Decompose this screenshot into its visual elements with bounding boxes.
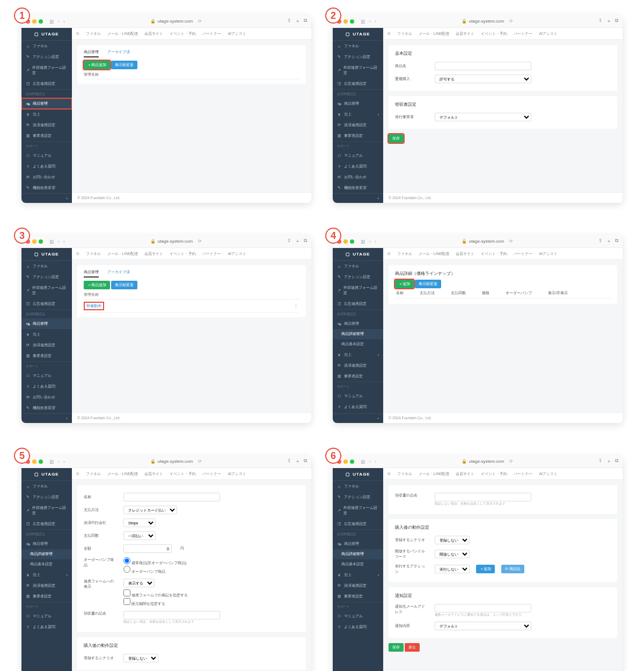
sidebar-item-ads[interactable]: ◫広告連携設定 xyxy=(333,519,383,529)
nav-back-icon[interactable]: ‹ xyxy=(58,459,60,464)
topnav-item[interactable]: AIアシスト xyxy=(228,471,246,477)
select-agent[interactable]: Stripe xyxy=(123,519,156,527)
reload-icon[interactable]: ⟳ xyxy=(509,19,513,24)
sidebar-item-form[interactable]: ↗外部連携フォーム設定 xyxy=(21,502,72,519)
sidebar-item-sales[interactable]: ¥売上 xyxy=(21,329,72,340)
select-pay-method[interactable]: クレジットカード払い xyxy=(123,506,177,514)
topnav-item[interactable]: パートナー xyxy=(202,31,221,37)
input-product-name[interactable] xyxy=(435,62,531,70)
traffic-min[interactable] xyxy=(343,19,348,24)
topnav-item[interactable]: イベント・予約 xyxy=(170,251,196,257)
sidebar-item-contact[interactable]: ✉お問い合わせ xyxy=(21,172,72,183)
nav-back-icon[interactable]: ‹ xyxy=(369,239,371,244)
select-action[interactable]: 実行しない xyxy=(435,565,470,573)
reload-icon[interactable]: ⟳ xyxy=(198,459,202,464)
sidebar-item-payment-link[interactable]: ⟳決済連携設定 xyxy=(333,580,383,591)
topnav-item[interactable]: ファネル xyxy=(397,251,412,257)
reorder-button[interactable]: 表示順変更 xyxy=(415,280,441,288)
sidebar-toggle-icon[interactable]: ▥ xyxy=(49,239,54,244)
sidebar-item-ads[interactable]: ◫広告連携設定 xyxy=(21,78,72,89)
nav-forward-icon[interactable]: › xyxy=(375,459,376,464)
reload-icon[interactable]: ⟳ xyxy=(198,19,202,24)
share-icon[interactable]: ⇪ xyxy=(287,458,291,465)
topnav-item[interactable]: ファネル xyxy=(86,31,101,37)
sidebar-item-product-detail[interactable]: 商品詳細管理 xyxy=(333,329,383,339)
sidebar-item-products[interactable]: 🛍商品管理 xyxy=(21,98,72,109)
sidebar-item-feedback[interactable]: ✎機能改善要望 xyxy=(333,183,383,193)
select-scenario[interactable]: 登録しない xyxy=(435,536,470,544)
sidebar-item-payment-link[interactable]: ⟳決済連携設定 xyxy=(21,340,72,351)
share-icon[interactable]: ⇪ xyxy=(287,238,291,245)
sidebar-item-form[interactable]: ↗外部連携フォーム設定 xyxy=(21,62,72,78)
sidebar-item-sales[interactable]: ¥売上 xyxy=(21,109,72,120)
save-button[interactable]: 保存 xyxy=(389,643,404,652)
sidebar-collapse[interactable]: ‹ xyxy=(333,193,383,203)
reload-icon[interactable]: ⟳ xyxy=(198,239,202,244)
sidebar-item-manual[interactable]: ☖マニュアル xyxy=(21,150,72,161)
sidebar-item-ads[interactable]: ◫広告連携設定 xyxy=(21,519,72,529)
sidebar-item-business[interactable]: ▥事業者設定 xyxy=(21,130,72,141)
sidebar-collapse[interactable]: ‹ xyxy=(21,413,72,423)
sidebar-item-product-basic[interactable]: 商品基本設定 xyxy=(333,339,383,349)
sidebar-item-business[interactable]: ▥事業者設定 xyxy=(333,130,383,141)
traffic-min[interactable] xyxy=(343,460,348,464)
sidebar-item-sales[interactable]: ¥売上› xyxy=(21,570,72,580)
topnav-item[interactable]: パートナー xyxy=(514,471,532,477)
menu-icon[interactable]: ≡ xyxy=(387,251,391,257)
topnav-item[interactable]: AIアシスト xyxy=(228,31,246,37)
sidebar-item-manual[interactable]: ☖マニュアル xyxy=(333,150,383,161)
sidebar-item-product-detail[interactable]: 商品詳細管理 xyxy=(333,549,383,559)
topnav-item[interactable]: イベント・予約 xyxy=(481,31,507,37)
table-row[interactable]: 研修動画⋮ xyxy=(84,300,299,313)
address-bar[interactable]: 🔒utage-system.com⟳ xyxy=(68,239,284,244)
nav-forward-icon[interactable]: › xyxy=(63,459,65,464)
topnav-item[interactable]: パートナー xyxy=(202,251,221,257)
menu-icon[interactable]: ≡ xyxy=(76,31,79,37)
sidebar-item-funnel[interactable]: ⌂ファネル xyxy=(333,41,383,52)
sidebar-toggle-icon[interactable]: ▥ xyxy=(361,19,365,24)
input-name[interactable] xyxy=(123,493,220,501)
menu-icon[interactable]: ≡ xyxy=(76,471,79,477)
traffic-min[interactable] xyxy=(32,239,36,244)
traffic-max[interactable] xyxy=(350,239,354,244)
sidebar-item-contact[interactable]: ✉お問い合わせ xyxy=(333,172,383,183)
reload-icon[interactable]: ⟳ xyxy=(509,239,513,244)
share-icon[interactable]: ⇪ xyxy=(598,18,603,25)
topnav-item[interactable]: パートナー xyxy=(514,251,532,257)
nav-back-icon[interactable]: ‹ xyxy=(369,19,371,24)
tabs-icon[interactable]: ⧉ xyxy=(615,458,618,465)
sidebar-item-funnel[interactable]: ⌂ファネル xyxy=(21,261,72,272)
nav-back-icon[interactable]: ‹ xyxy=(58,19,60,24)
back-button[interactable]: 戻る xyxy=(405,643,420,652)
sidebar-item-funnel[interactable]: ⌂ファネル xyxy=(21,481,72,492)
sidebar-item-action[interactable]: ✎アクション設定 xyxy=(333,492,383,502)
sidebar-item-ads[interactable]: ◫広告連携設定 xyxy=(333,298,383,309)
sidebar-item-business[interactable]: ▥事業者設定 xyxy=(333,591,383,602)
tabs-icon[interactable]: ⧉ xyxy=(615,18,618,25)
reload-template-button[interactable]: ⟳ 再読込 xyxy=(501,565,524,573)
share-icon[interactable]: ⇪ xyxy=(598,458,603,465)
topnav-item[interactable]: ファネル xyxy=(86,251,101,257)
add-product-button[interactable]: ＋商品追加 xyxy=(84,281,110,289)
sidebar-collapse[interactable]: ‹ xyxy=(21,193,72,203)
sidebar-item-payment-link[interactable]: ⟳決済連携設定 xyxy=(21,580,72,591)
reorder-button[interactable]: 表示順変更 xyxy=(111,61,137,69)
add-variant-button[interactable]: ＋追加 xyxy=(395,280,414,288)
topnav-item[interactable]: AIアシスト xyxy=(539,31,558,37)
sidebar-toggle-icon[interactable]: ▥ xyxy=(49,459,54,464)
sidebar-toggle-icon[interactable]: ▥ xyxy=(361,239,365,244)
sidebar-item-action[interactable]: ✎アクション設定 xyxy=(333,52,383,62)
address-bar[interactable]: 🔒utage-system.com⟳ xyxy=(379,459,595,464)
sidebar-item-sales[interactable]: ¥売上› xyxy=(333,570,383,580)
traffic-max[interactable] xyxy=(39,19,43,24)
topnav-item[interactable]: イベント・予約 xyxy=(170,471,196,477)
sidebar-toggle-icon[interactable]: ▥ xyxy=(361,459,365,464)
menu-icon[interactable]: ≡ xyxy=(387,31,391,37)
topnav-item[interactable]: イベント・予約 xyxy=(481,471,507,477)
sidebar-item-payment-link[interactable]: ⟳決済連携設定 xyxy=(21,120,72,130)
sidebar-item-faq[interactable]: ?よくある質問 xyxy=(21,161,72,172)
topnav-item[interactable]: イベント・予約 xyxy=(481,251,507,257)
sidebar-item-product-detail[interactable]: 商品詳細管理 xyxy=(21,549,72,559)
topnav-item[interactable]: ファネル xyxy=(397,471,412,477)
sidebar-item-ads[interactable]: ◫広告連携設定 xyxy=(21,298,72,309)
